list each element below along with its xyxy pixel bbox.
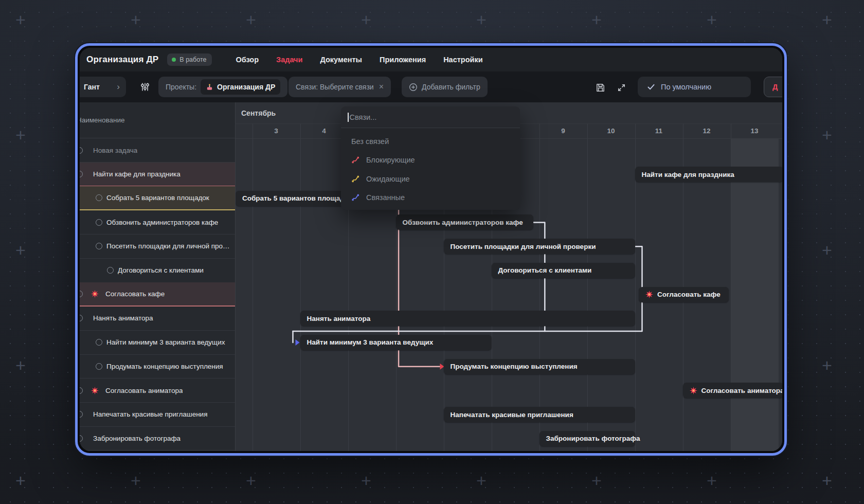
projects-filter-label: Проекты: [166, 83, 196, 91]
task-row[interactable]: Обзвонить администраторов кафе [80, 210, 235, 235]
bar-label: Согласовать аниматора [701, 387, 783, 394]
link-squiggle-icon [351, 193, 359, 202]
task-bar[interactable]: Продумать концепцию выступления [444, 359, 635, 374]
task-status-circle-icon[interactable] [80, 147, 83, 154]
task-status-circle-icon[interactable] [107, 267, 114, 274]
task-bar[interactable]: Напечатать красивые приглашения [444, 407, 635, 422]
view-label: Гант [84, 83, 100, 91]
view-selector-gantt[interactable]: Гант › [80, 77, 126, 97]
task-row[interactable]: Забронировать фотографа [80, 426, 235, 451]
task-status-circle-icon[interactable] [80, 387, 83, 394]
task-row[interactable]: Найти кафе для праздника [80, 163, 235, 187]
default-view-button[interactable]: По умолчанию [638, 77, 751, 97]
task-status-circle-icon[interactable] [96, 243, 102, 249]
bar-label: Продумать концепцию выступления [451, 363, 578, 370]
projects-filter-chip[interactable]: Проекты: Организация ДР [158, 77, 287, 97]
add-filter-button[interactable]: Добавить фильтр [402, 77, 488, 97]
app-window: Организация ДР В работе ОбзорЗадачиДокум… [75, 43, 787, 456]
task-label: Собрать 5 вариантов площадок [106, 194, 209, 202]
tab-обзор[interactable]: Обзор [236, 56, 259, 64]
milestone-star-icon [690, 387, 697, 394]
tab-документы[interactable]: Документы [320, 56, 362, 64]
gantt-view: Наименование Новая задачаНайти кафе для … [80, 102, 782, 451]
links-option-list: Без связейБлокирующиеОжидающиеСвязанные [341, 129, 520, 210]
task-label: Продумать концепцию выступления [106, 363, 223, 370]
task-bar[interactable]: Обзвонить администраторов кафе [396, 214, 534, 230]
task-row[interactable]: Напечатать красивые приглашения [80, 403, 235, 427]
task-bar[interactable]: Нанять аниматора [300, 311, 635, 326]
fullscreen-expand-icon[interactable] [617, 83, 626, 95]
task-label: Согласовать аниматора [105, 387, 183, 394]
task-status-circle-icon[interactable] [96, 339, 102, 346]
task-bar[interactable]: Посетить площадки для личной проверки [444, 239, 635, 254]
status-badge[interactable]: В работе [167, 53, 212, 66]
nav-tabs: ОбзорЗадачиДокументыПриложенияНастройки [236, 56, 482, 64]
bar-label: Найти минимум 3 варианта ведущих [307, 338, 434, 346]
status-dot-icon [172, 58, 176, 62]
task-row[interactable]: Собрать 5 вариантов площадок [80, 186, 235, 210]
task-row[interactable]: Продумать концепцию выступления [80, 354, 235, 379]
task-bar[interactable]: Забронировать фотографа [539, 431, 635, 446]
bar-label: Посетить площадки для личной проверки [451, 243, 596, 250]
task-list-header: Наименование [80, 102, 235, 138]
task-bar[interactable]: Договориться с клиентами [492, 263, 635, 278]
task-label: Напечатать красивые приглашения [93, 410, 207, 418]
links-search-placeholder: Связи... [350, 113, 377, 121]
task-row[interactable]: Нанять аниматора [80, 307, 235, 331]
task-row[interactable]: Найти минимум 3 варианта ведущих [80, 331, 235, 355]
text-cursor [348, 113, 349, 122]
tab-задачи[interactable]: Задачи [276, 56, 302, 64]
links-option[interactable]: Блокирующие [341, 151, 520, 170]
task-status-circle-icon[interactable] [80, 315, 83, 321]
task-label: Найти кафе для праздника [93, 170, 181, 178]
task-label: Найти минимум 3 варианта ведущих [106, 338, 225, 346]
task-label: Согласовать кафе [105, 290, 165, 298]
project-value-pill[interactable]: Организация ДР [201, 79, 280, 95]
task-status-circle-icon[interactable] [80, 411, 83, 418]
task-status-circle-icon[interactable] [80, 171, 83, 177]
tab-настройки[interactable]: Настройки [443, 56, 483, 64]
task-status-circle-icon[interactable] [96, 194, 102, 201]
links-option-label: Блокирующие [366, 156, 415, 164]
chevron-right-icon: › [117, 82, 120, 92]
links-filter-chip[interactable]: Связи: Выберите связи × [289, 77, 391, 97]
links-option[interactable]: Без связей [341, 132, 520, 151]
project-value-label: Организация ДР [217, 83, 275, 91]
task-status-circle-icon[interactable] [96, 219, 102, 226]
save-view-icon[interactable] [596, 83, 605, 95]
app-content: Организация ДР В работе ОбзорЗадачиДокум… [80, 48, 782, 451]
partial-action-button[interactable]: Д [764, 77, 782, 97]
task-bar[interactable]: Найти кафе для праздника [635, 167, 783, 182]
bar-label: Нанять аниматора [307, 315, 371, 322]
task-status-circle-icon[interactable] [96, 363, 102, 370]
milestone-bar[interactable]: Согласовать аниматора [683, 383, 783, 398]
links-search-input[interactable]: Связи... [341, 106, 520, 128]
clear-filter-icon[interactable]: × [379, 82, 384, 92]
partial-action-label: Д [772, 83, 778, 91]
task-row[interactable]: Согласовать аниматора [80, 379, 235, 403]
milestone-star-icon [91, 387, 99, 394]
milestone-star-icon [91, 290, 99, 298]
task-list-panel: Наименование Новая задачаНайти кафе для … [80, 102, 236, 451]
links-option[interactable]: Связанные [341, 188, 520, 207]
task-row[interactable]: Согласовать кафе [80, 282, 235, 307]
bar-label: Собрать 5 вариантов площадок [242, 194, 352, 202]
task-status-circle-icon[interactable] [80, 435, 83, 442]
task-row[interactable]: Новая задача [80, 138, 235, 163]
bar-label: Найти кафе для праздника [642, 171, 734, 178]
links-option[interactable]: Ожидающие [341, 169, 520, 188]
links-filter-label: Связи: Выберите связи [296, 83, 374, 91]
bar-label: Забронировать фотографа [546, 435, 640, 442]
task-row[interactable]: Договориться с клиентами [80, 259, 235, 283]
task-label: Посетить площадки для личной проверки [106, 242, 230, 250]
milestone-bar[interactable]: Согласовать кафе [639, 287, 729, 302]
task-bar[interactable]: Найти минимум 3 варианта ведущих [300, 335, 492, 350]
links-option-label: Без связей [351, 137, 389, 146]
tab-приложения[interactable]: Приложения [380, 56, 426, 64]
filter-sliders-icon[interactable] [140, 82, 150, 94]
birthday-cake-icon [206, 83, 213, 91]
links-option-label: Связанные [366, 193, 405, 202]
task-label: Обзвонить администраторов кафе [106, 219, 218, 226]
task-row[interactable]: Посетить площадки для личной проверки [80, 235, 235, 259]
task-status-circle-icon[interactable] [80, 291, 83, 297]
